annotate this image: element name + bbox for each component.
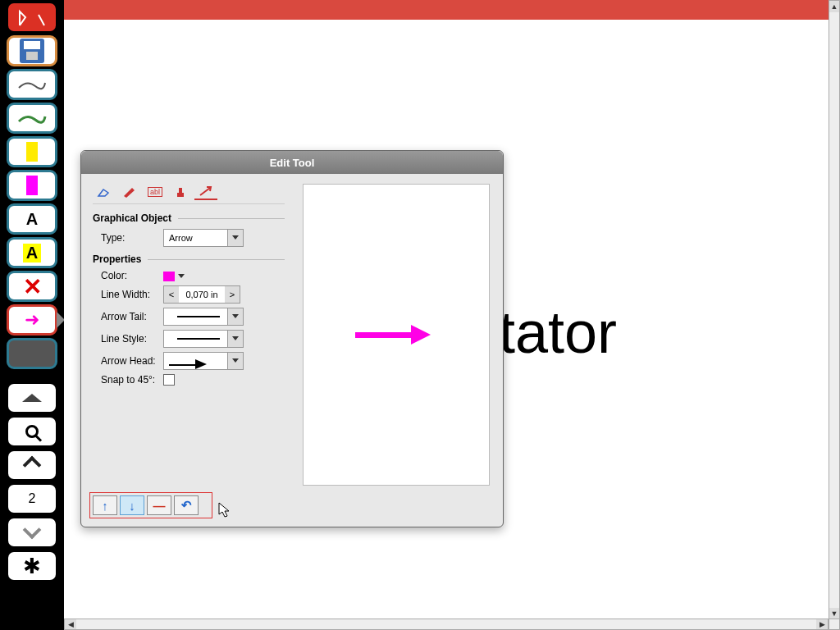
line-width-value[interactable]: 0,070 in [179, 286, 225, 303]
section-properties: Properties [93, 253, 285, 265]
arrow-tail-select[interactable] [163, 308, 244, 326]
document-header-bar [64, 0, 829, 20]
settings-button[interactable]: ✱ [7, 550, 57, 582]
magnify-icon [25, 425, 39, 438]
text-hl-icon: A [23, 244, 41, 262]
scroll-track-v[interactable] [829, 12, 839, 608]
prev-page-button[interactable] [7, 450, 57, 481]
move-up-button[interactable]: ↑ [93, 495, 117, 515]
line-width-spinner: < 0,070 in > [163, 285, 240, 304]
scroll-right-button[interactable]: ▶ [816, 619, 828, 629]
highlight-pink-tool[interactable] [7, 170, 57, 201]
arrow-head-select[interactable] [163, 352, 244, 370]
next-page-button[interactable] [7, 517, 57, 548]
color-swatch[interactable] [163, 272, 175, 281]
zoom-button[interactable] [7, 416, 57, 447]
line-tool[interactable] [7, 69, 57, 100]
section-graphical-object: Graphical Object [93, 212, 285, 224]
type-select[interactable]: Arrow [163, 229, 244, 247]
arrow-icon: ➜ [25, 309, 39, 331]
remove-button[interactable]: — [147, 495, 171, 515]
preview-arrow [355, 326, 437, 343]
svg-rect-1 [179, 188, 182, 193]
line-width-increase[interactable]: > [225, 286, 240, 303]
edit-tool-dialog: Edit Tool abl Graphical Object Type: Arr… [80, 150, 504, 527]
gear-icon: ✱ [23, 554, 41, 579]
arrow-tool[interactable]: ➜ [7, 304, 57, 336]
tab-textbox[interactable]: abl [144, 184, 167, 200]
color-dropdown-icon[interactable] [178, 274, 185, 278]
scroll-track-h[interactable] [76, 619, 816, 629]
scroll-up-button[interactable]: ▲ [829, 1, 839, 12]
chevron-up-icon [23, 456, 42, 475]
preview-box [303, 184, 490, 486]
tab-stamp[interactable] [169, 184, 192, 200]
triangle-up-icon [22, 394, 42, 402]
empty-tool[interactable] [7, 338, 57, 369]
vertical-scrollbar[interactable]: ▲ ▼ [829, 0, 840, 619]
label-snap: Snap to 45°: [93, 374, 163, 386]
label-line-width: Line Width: [93, 289, 163, 300]
snap-checkbox[interactable] [163, 374, 175, 386]
dialog-tabs: abl [93, 184, 285, 204]
page-number-display[interactable]: 2 [7, 483, 57, 514]
highlight-yellow-tool[interactable] [7, 136, 57, 167]
app-logo [7, 2, 57, 33]
line-width-decrease[interactable]: < [164, 286, 179, 303]
horizontal-scrollbar[interactable]: ◀ ▶ [64, 619, 829, 630]
save-icon [20, 39, 44, 63]
undo-button[interactable]: ↶ [174, 495, 199, 515]
line-style-select[interactable] [163, 330, 244, 348]
text-tool[interactable]: A [7, 203, 57, 235]
label-line-style: Line Style: [93, 333, 163, 345]
highlight-yellow-icon [26, 142, 38, 162]
scroll-down-button[interactable]: ▼ [829, 608, 839, 619]
tab-arrow-tool[interactable] [194, 184, 217, 200]
tab-pencil[interactable] [118, 184, 141, 200]
move-down-button[interactable]: ↓ [120, 495, 144, 515]
dialog-title: Edit Tool [81, 151, 503, 174]
chevron-down-icon [23, 521, 42, 540]
dialog-left-panel: abl Graphical Object Type: Arrow Propert… [81, 174, 296, 497]
tab-eraser[interactable] [93, 184, 116, 200]
label-type: Type: [93, 232, 163, 244]
label-color: Color: [93, 270, 163, 281]
delete-tool[interactable]: ✕ [7, 271, 57, 302]
x-icon: ✕ [23, 273, 42, 300]
label-arrow-head: Arrow Head: [93, 355, 163, 367]
background-text: tator [499, 299, 617, 366]
collapse-up-button[interactable] [7, 382, 57, 413]
scrollbar-corner [829, 619, 840, 630]
save-button[interactable] [7, 35, 57, 66]
text-highlight-tool[interactable]: A [7, 237, 57, 268]
svg-rect-0 [177, 193, 184, 197]
text-icon: A [26, 210, 38, 229]
sidebar: A A ✕ ➜ 2 ✱ [0, 0, 64, 630]
green-line-tool[interactable] [7, 103, 57, 134]
scroll-left-button[interactable]: ◀ [65, 619, 76, 629]
highlight-pink-icon [26, 176, 38, 195]
label-arrow-tail: Arrow Tail: [93, 311, 163, 322]
dialog-footer: ↑ ↓ — ↶ [89, 492, 212, 518]
dialog-right-panel [296, 174, 493, 497]
